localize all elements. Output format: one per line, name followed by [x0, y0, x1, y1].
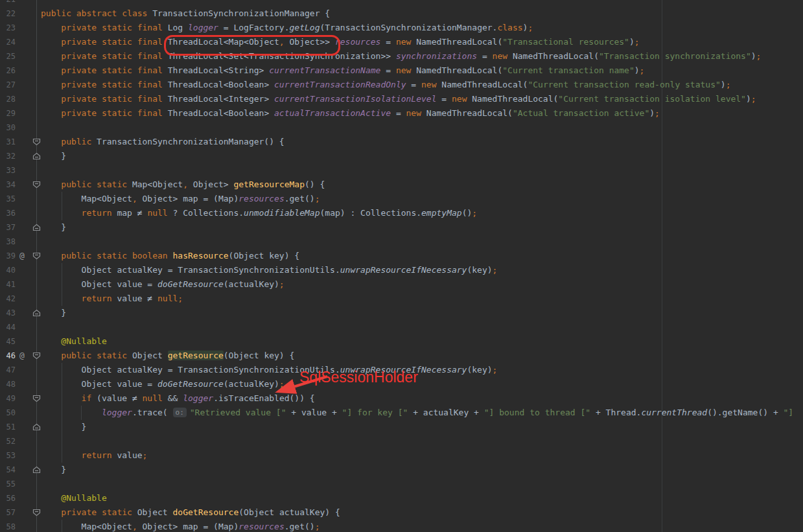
code-token: + value +: [286, 408, 342, 417]
fold-start-icon[interactable]: [32, 505, 41, 520]
code-token: }: [41, 422, 86, 432]
code-token: ): [751, 51, 756, 61]
code-token: public: [41, 137, 97, 146]
code-token: (map) : Collections.: [320, 208, 422, 218]
code-token: (Object key) {: [224, 351, 295, 360]
code-line[interactable]: private static final ThreadLocal<String>…: [41, 64, 644, 78]
code-token: ): [629, 37, 634, 47]
code-line[interactable]: if (value ≠ null && logger.isTraceEnable…: [41, 391, 315, 406]
indent-guide: [62, 263, 62, 306]
line-number: 51: [0, 420, 16, 434]
code-line[interactable]: Map<Object, Object> map = (Map)resources…: [41, 192, 320, 206]
code-token: (TransactionSynchronizationManager.: [320, 23, 498, 32]
fold-start-icon[interactable]: [32, 135, 41, 149]
fold-start-icon[interactable]: [32, 391, 41, 406]
fold-start-icon[interactable]: [32, 178, 41, 192]
line-number: 34: [0, 178, 16, 192]
code-token: }: [41, 151, 66, 161]
line-number: 27: [0, 78, 16, 92]
code-line[interactable]: public abstract class TransactionSynchro…: [41, 6, 330, 21]
code-line[interactable]: logger.trace( o:"Retrieved value [" + va…: [41, 406, 793, 420]
code-token: ;: [315, 194, 320, 203]
code-line[interactable]: private static final ThreadLocal<Set<Tra…: [41, 49, 761, 64]
code-line[interactable]: Object value = doGetResource(actualKey);: [41, 377, 285, 391]
code-token: doGetResource: [157, 379, 224, 389]
fold-end-icon[interactable]: [32, 306, 41, 320]
code-token: ThreadLocal<Set<TransactionSynchronizati…: [168, 51, 396, 61]
line-number: 52: [0, 434, 16, 448]
code-token: ;: [315, 522, 320, 531]
code-token: value ≠: [117, 294, 157, 303]
code-token: currentThread: [641, 408, 707, 417]
code-token: map ≠: [117, 208, 147, 218]
code-line[interactable]: public static Object getResource(Object …: [41, 349, 294, 363]
code-line[interactable]: }: [41, 420, 86, 434]
code-token: + Thread.: [590, 408, 641, 417]
code-line[interactable]: }: [41, 220, 66, 235]
code-line[interactable]: Object actualKey = TransactionSynchroniz…: [41, 263, 497, 277]
fold-start-icon[interactable]: [32, 249, 41, 263]
code-line[interactable]: Map<Object, Object> map = (Map)resources…: [41, 520, 320, 532]
code-line[interactable]: private static final ThreadLocal<Map<Obj…: [41, 35, 640, 49]
code-token: TransactionSynchronizationManager {: [152, 8, 330, 18]
code-token: @Nullable: [41, 336, 107, 346]
code-line[interactable]: private static final ThreadLocal<Boolean…: [41, 106, 660, 121]
code-token: unwrapResourceIfNecessary: [340, 265, 467, 275]
code-token: ): [721, 80, 726, 89]
line-number: 39: [0, 249, 16, 263]
code-token: private static final: [41, 65, 168, 75]
line-number: 54: [0, 463, 16, 477]
annotation-gutter-icon[interactable]: @: [17, 249, 27, 263]
code-token: null: [143, 393, 168, 403]
code-token: private static final: [41, 80, 168, 89]
fold-end-icon[interactable]: [32, 149, 41, 163]
code-line[interactable]: private static final ThreadLocal<Boolean…: [41, 78, 730, 92]
indent-guide: [62, 363, 62, 463]
code-line[interactable]: return value;: [41, 448, 147, 463]
code-token: .trace(: [132, 408, 173, 417]
code-editor[interactable]: 21222324252627282930313233343536373839@4…: [0, 0, 803, 532]
indent-guide: [62, 520, 62, 532]
code-token: ;: [493, 265, 498, 275]
code-token: class: [497, 23, 522, 32]
code-token: (): [462, 208, 472, 218]
code-line[interactable]: Object value = doGetResource(actualKey);: [41, 277, 285, 292]
code-line[interactable]: public static boolean hasResource(Object…: [41, 249, 299, 263]
fold-start-icon[interactable]: [32, 349, 41, 363]
code-token: .isTraceEnabled()) {: [213, 393, 315, 403]
fold-end-icon[interactable]: [32, 220, 41, 235]
code-token: "Current transaction isolation level": [558, 94, 746, 104]
code-token: Object> map = (Map): [137, 522, 239, 531]
code-line[interactable]: private static final Log logger = LogFac…: [41, 21, 533, 35]
code-token: ;: [178, 294, 183, 303]
code-line[interactable]: private static final ThreadLocal<Integer…: [41, 92, 756, 106]
code-token: = LogFactory.: [218, 23, 290, 32]
code-line[interactable]: }: [41, 306, 66, 320]
code-line[interactable]: }: [41, 463, 66, 477]
code-line[interactable]: return map ≠ null ? Collections.unmodifi…: [41, 206, 477, 220]
code-token: return: [41, 450, 117, 460]
code-token: =: [380, 37, 395, 47]
code-token: ): [649, 108, 655, 118]
code-token: (key): [467, 365, 492, 375]
code-token: (actualKey): [224, 279, 279, 289]
code-token: ,: [132, 194, 137, 203]
annotation-gutter-icon[interactable]: @: [17, 349, 27, 363]
code-token: Map<Object: [41, 522, 132, 531]
code-token: Map<Object: [132, 179, 183, 189]
line-number: 41: [0, 277, 16, 292]
line-number: 35: [0, 192, 16, 206]
code-line[interactable]: }: [41, 149, 66, 163]
code-line[interactable]: @Nullable: [41, 491, 107, 505]
code-token: ): [746, 94, 751, 104]
fold-end-icon[interactable]: [32, 420, 41, 434]
line-number: 31: [0, 135, 16, 149]
line-number: 25: [0, 49, 16, 64]
code-line[interactable]: @Nullable: [41, 334, 107, 349]
code-line[interactable]: private static Object doGetResource(Obje…: [41, 505, 340, 520]
code-token: "Retrieved value [": [190, 408, 286, 417]
code-line[interactable]: public TransactionSynchronizationManager…: [41, 135, 285, 149]
code-line[interactable]: Object actualKey = TransactionSynchroniz…: [41, 363, 497, 377]
fold-end-icon[interactable]: [32, 463, 41, 477]
code-line[interactable]: public static Map<Object, Object> getRes…: [41, 178, 325, 192]
